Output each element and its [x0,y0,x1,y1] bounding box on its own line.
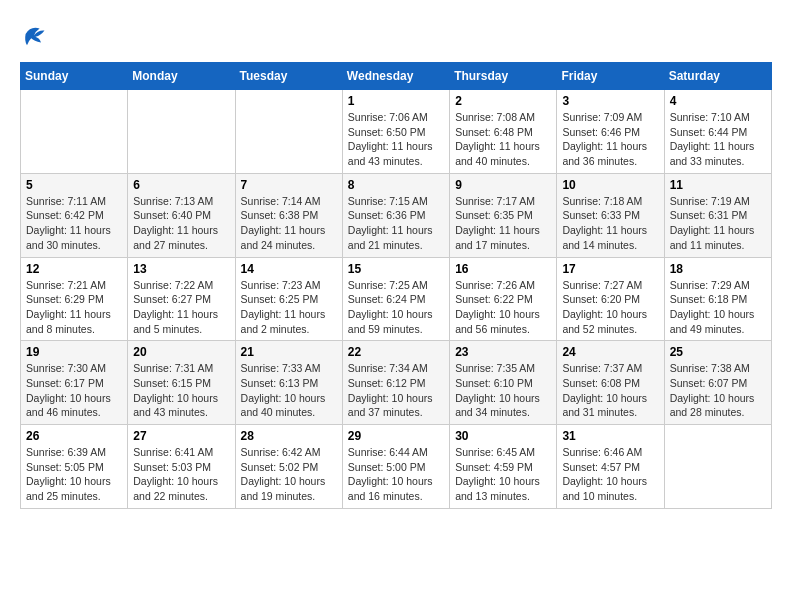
calendar-cell: 8Sunrise: 7:15 AM Sunset: 6:36 PM Daylig… [342,173,449,257]
day-info: Sunrise: 7:15 AM Sunset: 6:36 PM Dayligh… [348,194,444,253]
calendar-week-row: 12Sunrise: 7:21 AM Sunset: 6:29 PM Dayli… [21,257,772,341]
weekday-header-row: SundayMondayTuesdayWednesdayThursdayFrid… [21,63,772,90]
day-info: Sunrise: 7:22 AM Sunset: 6:27 PM Dayligh… [133,278,229,337]
calendar-cell: 3Sunrise: 7:09 AM Sunset: 6:46 PM Daylig… [557,90,664,174]
day-info: Sunrise: 6:42 AM Sunset: 5:02 PM Dayligh… [241,445,337,504]
day-number: 10 [562,178,658,192]
day-info: Sunrise: 7:35 AM Sunset: 6:10 PM Dayligh… [455,361,551,420]
header [20,20,772,52]
day-info: Sunrise: 6:44 AM Sunset: 5:00 PM Dayligh… [348,445,444,504]
day-number: 20 [133,345,229,359]
day-info: Sunrise: 6:39 AM Sunset: 5:05 PM Dayligh… [26,445,122,504]
weekday-header-thursday: Thursday [450,63,557,90]
weekday-header-saturday: Saturday [664,63,771,90]
calendar-cell: 1Sunrise: 7:06 AM Sunset: 6:50 PM Daylig… [342,90,449,174]
day-info: Sunrise: 7:09 AM Sunset: 6:46 PM Dayligh… [562,110,658,169]
calendar-cell: 22Sunrise: 7:34 AM Sunset: 6:12 PM Dayli… [342,341,449,425]
day-number: 11 [670,178,766,192]
calendar-cell: 14Sunrise: 7:23 AM Sunset: 6:25 PM Dayli… [235,257,342,341]
weekday-header-tuesday: Tuesday [235,63,342,90]
day-number: 28 [241,429,337,443]
calendar-cell [128,90,235,174]
logo-icon [20,20,48,52]
day-info: Sunrise: 7:10 AM Sunset: 6:44 PM Dayligh… [670,110,766,169]
calendar: SundayMondayTuesdayWednesdayThursdayFrid… [20,62,772,509]
day-number: 19 [26,345,122,359]
day-info: Sunrise: 7:34 AM Sunset: 6:12 PM Dayligh… [348,361,444,420]
day-info: Sunrise: 7:17 AM Sunset: 6:35 PM Dayligh… [455,194,551,253]
day-number: 5 [26,178,122,192]
weekday-header-sunday: Sunday [21,63,128,90]
calendar-week-row: 19Sunrise: 7:30 AM Sunset: 6:17 PM Dayli… [21,341,772,425]
day-number: 8 [348,178,444,192]
calendar-cell: 12Sunrise: 7:21 AM Sunset: 6:29 PM Dayli… [21,257,128,341]
day-info: Sunrise: 7:31 AM Sunset: 6:15 PM Dayligh… [133,361,229,420]
calendar-cell: 30Sunrise: 6:45 AM Sunset: 4:59 PM Dayli… [450,425,557,509]
calendar-cell: 2Sunrise: 7:08 AM Sunset: 6:48 PM Daylig… [450,90,557,174]
day-info: Sunrise: 7:33 AM Sunset: 6:13 PM Dayligh… [241,361,337,420]
day-number: 13 [133,262,229,276]
calendar-cell: 7Sunrise: 7:14 AM Sunset: 6:38 PM Daylig… [235,173,342,257]
calendar-cell: 24Sunrise: 7:37 AM Sunset: 6:08 PM Dayli… [557,341,664,425]
calendar-cell: 27Sunrise: 6:41 AM Sunset: 5:03 PM Dayli… [128,425,235,509]
day-number: 17 [562,262,658,276]
day-info: Sunrise: 7:18 AM Sunset: 6:33 PM Dayligh… [562,194,658,253]
calendar-cell: 19Sunrise: 7:30 AM Sunset: 6:17 PM Dayli… [21,341,128,425]
calendar-cell: 20Sunrise: 7:31 AM Sunset: 6:15 PM Dayli… [128,341,235,425]
day-info: Sunrise: 7:08 AM Sunset: 6:48 PM Dayligh… [455,110,551,169]
day-info: Sunrise: 7:13 AM Sunset: 6:40 PM Dayligh… [133,194,229,253]
calendar-cell: 15Sunrise: 7:25 AM Sunset: 6:24 PM Dayli… [342,257,449,341]
calendar-cell: 13Sunrise: 7:22 AM Sunset: 6:27 PM Dayli… [128,257,235,341]
day-number: 31 [562,429,658,443]
day-number: 4 [670,94,766,108]
day-number: 9 [455,178,551,192]
day-info: Sunrise: 7:26 AM Sunset: 6:22 PM Dayligh… [455,278,551,337]
day-info: Sunrise: 6:45 AM Sunset: 4:59 PM Dayligh… [455,445,551,504]
calendar-cell [235,90,342,174]
day-info: Sunrise: 7:23 AM Sunset: 6:25 PM Dayligh… [241,278,337,337]
day-number: 15 [348,262,444,276]
day-info: Sunrise: 7:14 AM Sunset: 6:38 PM Dayligh… [241,194,337,253]
calendar-cell: 29Sunrise: 6:44 AM Sunset: 5:00 PM Dayli… [342,425,449,509]
weekday-header-wednesday: Wednesday [342,63,449,90]
day-info: Sunrise: 7:29 AM Sunset: 6:18 PM Dayligh… [670,278,766,337]
day-info: Sunrise: 7:27 AM Sunset: 6:20 PM Dayligh… [562,278,658,337]
day-number: 27 [133,429,229,443]
day-number: 6 [133,178,229,192]
calendar-week-row: 1Sunrise: 7:06 AM Sunset: 6:50 PM Daylig… [21,90,772,174]
calendar-cell: 21Sunrise: 7:33 AM Sunset: 6:13 PM Dayli… [235,341,342,425]
calendar-cell: 23Sunrise: 7:35 AM Sunset: 6:10 PM Dayli… [450,341,557,425]
day-info: Sunrise: 7:21 AM Sunset: 6:29 PM Dayligh… [26,278,122,337]
weekday-header-friday: Friday [557,63,664,90]
calendar-week-row: 26Sunrise: 6:39 AM Sunset: 5:05 PM Dayli… [21,425,772,509]
day-number: 14 [241,262,337,276]
day-number: 1 [348,94,444,108]
calendar-cell [21,90,128,174]
day-info: Sunrise: 7:25 AM Sunset: 6:24 PM Dayligh… [348,278,444,337]
day-number: 3 [562,94,658,108]
day-number: 24 [562,345,658,359]
day-info: Sunrise: 7:38 AM Sunset: 6:07 PM Dayligh… [670,361,766,420]
calendar-cell: 16Sunrise: 7:26 AM Sunset: 6:22 PM Dayli… [450,257,557,341]
day-number: 21 [241,345,337,359]
calendar-cell: 31Sunrise: 6:46 AM Sunset: 4:57 PM Dayli… [557,425,664,509]
day-number: 23 [455,345,551,359]
calendar-cell: 4Sunrise: 7:10 AM Sunset: 6:44 PM Daylig… [664,90,771,174]
day-info: Sunrise: 6:46 AM Sunset: 4:57 PM Dayligh… [562,445,658,504]
day-info: Sunrise: 6:41 AM Sunset: 5:03 PM Dayligh… [133,445,229,504]
day-number: 18 [670,262,766,276]
day-number: 29 [348,429,444,443]
day-info: Sunrise: 7:06 AM Sunset: 6:50 PM Dayligh… [348,110,444,169]
calendar-week-row: 5Sunrise: 7:11 AM Sunset: 6:42 PM Daylig… [21,173,772,257]
calendar-cell: 28Sunrise: 6:42 AM Sunset: 5:02 PM Dayli… [235,425,342,509]
day-number: 16 [455,262,551,276]
day-number: 12 [26,262,122,276]
day-info: Sunrise: 7:30 AM Sunset: 6:17 PM Dayligh… [26,361,122,420]
calendar-cell: 26Sunrise: 6:39 AM Sunset: 5:05 PM Dayli… [21,425,128,509]
calendar-cell: 17Sunrise: 7:27 AM Sunset: 6:20 PM Dayli… [557,257,664,341]
day-info: Sunrise: 7:37 AM Sunset: 6:08 PM Dayligh… [562,361,658,420]
day-number: 22 [348,345,444,359]
day-info: Sunrise: 7:19 AM Sunset: 6:31 PM Dayligh… [670,194,766,253]
day-number: 30 [455,429,551,443]
calendar-cell [664,425,771,509]
